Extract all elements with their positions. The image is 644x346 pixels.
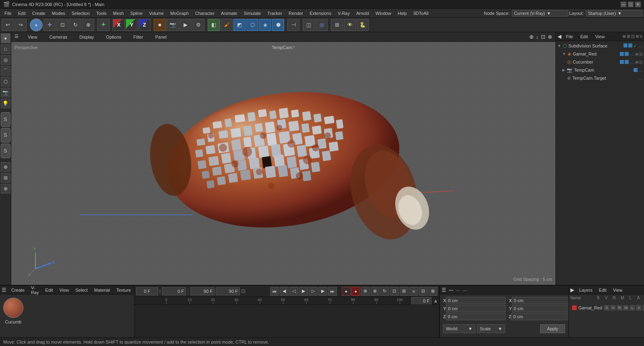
menu-tools[interactable]: Tools bbox=[93, 10, 109, 16]
title-bar-controls[interactable]: ─ □ ✕ bbox=[621, 2, 641, 7]
attr-z2-input[interactable] bbox=[511, 313, 571, 320]
left-btn-motion[interactable]: ⊗ bbox=[1, 184, 10, 194]
scene-panel-icon-2[interactable]: ⊞ bbox=[627, 34, 630, 39]
node-space-dropdown[interactable]: Current (V-Ray) ▼ bbox=[512, 10, 568, 16]
perspective-view[interactable]: ◧ bbox=[208, 19, 220, 31]
x-axis-button[interactable]: X bbox=[113, 19, 125, 31]
move-tool[interactable]: ✛ bbox=[43, 19, 56, 31]
attr-y2-input[interactable] bbox=[512, 305, 572, 312]
y-axis-button[interactable]: Y bbox=[126, 19, 138, 31]
scene-item-tempcam[interactable]: ▶ 📷 TempCam … bbox=[556, 66, 644, 74]
left-btn-nurbs[interactable]: ◎ bbox=[1, 55, 10, 65]
tool-c[interactable]: ◈ bbox=[259, 19, 271, 31]
apply-button[interactable]: Apply bbox=[540, 324, 565, 333]
vp-icon-4[interactable]: ⊗ bbox=[548, 34, 552, 40]
close-button[interactable]: ✕ bbox=[635, 2, 641, 7]
mat-menu-vray[interactable]: V-Ray bbox=[29, 284, 41, 296]
frame-arrow-up[interactable]: ▲ bbox=[433, 298, 438, 304]
mode-model[interactable]: ● bbox=[30, 19, 43, 31]
snap-left[interactable]: ⊣ bbox=[287, 19, 299, 31]
scene-panel-icon-3[interactable]: ⊡ bbox=[631, 34, 635, 39]
material-item-cucumb[interactable]: Cucumb bbox=[3, 298, 23, 324]
vp-icon-2[interactable]: ↓ bbox=[536, 34, 539, 40]
left-btn-pointer[interactable]: ● bbox=[1, 33, 10, 43]
left-btn-deform[interactable]: ⌒ bbox=[1, 66, 10, 76]
menu-volume[interactable]: Volume bbox=[146, 10, 167, 16]
attr-dots[interactable]: ••• bbox=[449, 288, 454, 292]
play-button[interactable]: ▶ bbox=[180, 19, 192, 31]
menu-tracker[interactable]: Tracker bbox=[264, 10, 285, 16]
scene-panel-icon-1[interactable]: ⊕ bbox=[622, 34, 626, 39]
next-frame-button[interactable]: ▶ bbox=[318, 287, 327, 296]
settings-button[interactable]: ⚙ bbox=[192, 19, 204, 31]
left-btn-cube[interactable]: □ bbox=[1, 44, 10, 54]
scene-tab-edit[interactable]: Edit bbox=[578, 33, 591, 40]
tool-b[interactable]: ⬡ bbox=[246, 19, 258, 31]
eye-tool[interactable]: 👁 bbox=[344, 19, 356, 31]
viewport[interactable]: ☰ View Cameras Display Options Filter Pa… bbox=[11, 32, 555, 285]
vp-menu-cameras[interactable]: Cameras bbox=[47, 34, 70, 40]
menu-3dtoall[interactable]: 3DToAll bbox=[411, 10, 431, 16]
scene-tab-view[interactable]: View bbox=[592, 33, 608, 40]
layer-motion-icon[interactable]: M bbox=[623, 305, 629, 311]
hamburger-icon[interactable]: ☰ bbox=[14, 34, 19, 40]
left-btn-effector[interactable]: ⬡ bbox=[1, 77, 10, 86]
mat-menu-view[interactable]: View bbox=[58, 287, 71, 293]
left-btn-tag[interactable]: S bbox=[1, 128, 10, 142]
hamburger-icon[interactable]: ☰ bbox=[442, 287, 446, 293]
grid-tool[interactable]: ⊞ bbox=[331, 19, 343, 31]
minimize-button[interactable]: ─ bbox=[621, 2, 626, 7]
current-frame-field[interactable] bbox=[136, 287, 158, 295]
go-to-start-button[interactable]: ⏮ bbox=[270, 287, 279, 296]
python-tool[interactable]: 🐍 bbox=[357, 19, 369, 31]
record-btn-10[interactable]: ⊠ bbox=[429, 287, 438, 296]
menu-create[interactable]: Create bbox=[29, 10, 48, 16]
record-btn-2[interactable]: ● bbox=[351, 287, 360, 296]
viewport-canvas[interactable]: Perspective TempCam:° bbox=[11, 42, 555, 285]
object-mode[interactable]: ■ bbox=[154, 19, 166, 31]
record-btn-5[interactable]: ↻ bbox=[380, 287, 389, 296]
layer-visible-icon[interactable]: V bbox=[610, 305, 616, 311]
left-btn-extra[interactable]: ⊕ bbox=[1, 162, 10, 172]
scene-tab-file[interactable]: File bbox=[563, 33, 576, 40]
scene-item-subdivision[interactable]: ▼ ⬡ Subdivision Surface ✓ … bbox=[556, 42, 644, 50]
menu-window[interactable]: Window bbox=[373, 10, 394, 16]
scene-item-tempcam-target[interactable]: ⊕ TempCam.Target … bbox=[556, 74, 644, 82]
frame-expand-icon[interactable]: ⊡ bbox=[241, 288, 246, 294]
paint-tool[interactable]: 🖌 bbox=[221, 19, 233, 31]
start-frame-field[interactable] bbox=[162, 287, 186, 295]
layer-solo-icon[interactable]: S bbox=[604, 305, 609, 311]
redo-button[interactable]: ↪ bbox=[14, 19, 27, 31]
next-step-button[interactable]: ▷ bbox=[309, 287, 318, 296]
layer-tool[interactable]: ◫ bbox=[303, 19, 315, 31]
vp-menu-view[interactable]: View bbox=[25, 34, 40, 40]
record-btn-8[interactable]: ≡ bbox=[409, 287, 418, 296]
play-button[interactable]: ▶ bbox=[299, 287, 308, 296]
vp-menu-panel[interactable]: Panel bbox=[153, 34, 169, 40]
menu-modes[interactable]: Modes bbox=[49, 10, 68, 16]
tool-d[interactable]: ⬢ bbox=[272, 19, 284, 31]
attr-z-input[interactable] bbox=[446, 313, 506, 320]
layer-gen-icon[interactable]: G bbox=[642, 305, 644, 311]
record-btn-6[interactable]: ⊡ bbox=[390, 287, 399, 296]
tool-a[interactable]: ◩ bbox=[233, 19, 246, 31]
layer-render-icon[interactable]: R bbox=[617, 305, 622, 311]
menu-character[interactable]: Character bbox=[192, 10, 217, 16]
menu-animate[interactable]: Animate bbox=[218, 10, 240, 16]
left-btn-material[interactable]: S bbox=[1, 112, 10, 127]
menu-arnold[interactable]: Arnold bbox=[353, 10, 372, 16]
attr-y-input[interactable] bbox=[446, 305, 506, 312]
vp-menu-filter[interactable]: Filter bbox=[130, 34, 146, 40]
menu-simulate[interactable]: Simulate bbox=[241, 10, 264, 16]
vp-menu-options[interactable]: Options bbox=[103, 34, 124, 40]
current-frame-indicator[interactable] bbox=[411, 297, 431, 305]
mat-menu-edit[interactable]: Edit bbox=[44, 287, 55, 293]
scene-panel-icon-5[interactable]: ≡ bbox=[640, 34, 642, 39]
vp-icon-1[interactable]: ⊕ bbox=[529, 34, 534, 40]
vp-icon-3[interactable]: ⊡ bbox=[541, 34, 545, 40]
left-btn-light[interactable]: 💡 bbox=[1, 99, 10, 108]
mat-menu-create[interactable]: Create bbox=[10, 287, 26, 293]
layer-lock-icon[interactable]: L bbox=[630, 305, 635, 311]
attr-x-input[interactable] bbox=[446, 297, 506, 304]
menu-render[interactable]: Render bbox=[286, 10, 306, 16]
